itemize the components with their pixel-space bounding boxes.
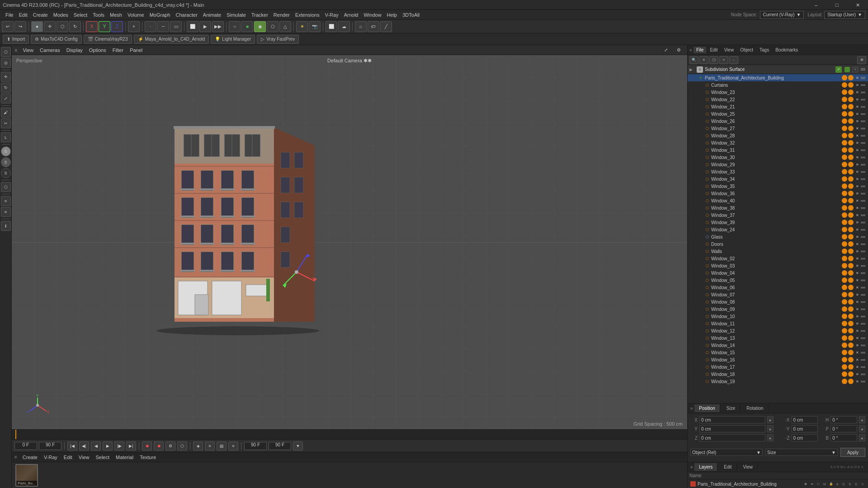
cylinder-button[interactable]: ⬡ [267, 21, 278, 32]
menu-animate[interactable]: Animate [200, 11, 224, 19]
menu-window[interactable]: Window [361, 11, 384, 19]
size-mode-dropdown[interactable]: Size ▼ [765, 449, 838, 456]
render-editor-button[interactable]: ▶▶ [212, 21, 224, 32]
list-item[interactable]: ⬡ Window_29 ✕ [688, 161, 868, 168]
go-end-button[interactable]: ▶| [126, 441, 136, 450]
pos-z-field[interactable]: 0 cm [699, 434, 765, 441]
layer-exp-icon[interactable]: E [854, 481, 859, 487]
viewport-menu-view[interactable]: View [20, 47, 36, 54]
cinerama-button[interactable]: 🎬 CinemaVrayR23 [84, 35, 132, 44]
render-view-button[interactable]: ▶ [199, 21, 211, 32]
fps-chevron-button[interactable]: ▼ [293, 441, 303, 450]
mat-menu-view[interactable]: View [76, 454, 92, 461]
om-search-button[interactable]: 🔍 [689, 56, 698, 64]
menu-tools[interactable]: Tools [90, 11, 107, 19]
motion-clip-button[interactable]: ⬡ [177, 441, 187, 450]
viewport-menu-cameras[interactable]: Cameras [37, 47, 63, 54]
list-item[interactable]: ⬡ Window_09 ✕ [688, 305, 868, 313]
subdivision-lock-button[interactable]: ✕ [853, 67, 858, 72]
apply-button[interactable]: Apply [840, 448, 865, 457]
mat-menu-create[interactable]: Create [20, 454, 40, 461]
subdivision-visible-button[interactable]: ✓ [835, 66, 842, 73]
pos-z-arrow[interactable]: ▲ [767, 434, 774, 441]
mat-menu-edit[interactable]: Edit [61, 454, 75, 461]
undo-button[interactable]: ↩ [2, 21, 14, 32]
menu-mograph[interactable]: MoGraph [147, 11, 173, 19]
list-item[interactable]: ⬡ Window_35 ✕ [688, 183, 868, 190]
size-ez-field[interactable]: 0 cm [792, 434, 818, 441]
point-mode-button[interactable]: · [145, 21, 156, 32]
pos-x-field[interactable]: 0 cm [699, 416, 765, 423]
play-back-button[interactable]: ◀ [91, 441, 101, 450]
bevel-button[interactable]: ⬡ [1, 182, 11, 192]
timeline-extra4[interactable]: ≡ [228, 441, 238, 450]
obj-tag-icon[interactable] [861, 75, 866, 80]
list-item[interactable]: ⬡ Walls ✕ [688, 248, 868, 255]
menu-help[interactable]: Help [384, 11, 400, 19]
bone-button[interactable]: ╱ [380, 21, 392, 32]
y-axis-button[interactable]: Y [99, 21, 110, 32]
sphere-button[interactable]: ◉ [254, 21, 266, 32]
menu-vray[interactable]: V-Ray [322, 11, 341, 19]
list-item[interactable]: ⬡ Window_10 ✕ [688, 313, 868, 320]
sky-button[interactable]: ☁ [338, 21, 350, 32]
list-item[interactable]: ⬡ Window_36 ✕ [688, 190, 868, 197]
size-p-field[interactable]: 0 ° [830, 425, 857, 432]
layers-tab-view[interactable]: View [739, 463, 758, 471]
render-region-button[interactable]: ⬜ [187, 21, 198, 32]
timeline-extra3[interactable]: ▤ [217, 441, 226, 450]
list-item[interactable]: ⬡ Window_18 ✕ [688, 371, 868, 378]
viewport-3d[interactable]: Perspective Default Camera ✱✱ Grid Spaci… [12, 55, 687, 429]
mode-select-button[interactable]: ◎ [1, 58, 11, 68]
timeline-extra2[interactable]: ≡ [205, 441, 215, 450]
layer-solo-icon[interactable]: ◉ [803, 481, 808, 487]
mat-menu-vray[interactable]: V-Ray [41, 454, 60, 461]
layer-render-icon[interactable]: ⬡ [816, 481, 821, 487]
mode-object-button[interactable]: ⬡ [1, 47, 11, 57]
cam-button[interactable]: 📷 [309, 21, 321, 32]
next-key-button[interactable]: |▶ [114, 441, 124, 450]
info-button[interactable]: ℹ [1, 221, 11, 231]
end-frame-field[interactable]: 90 F [244, 442, 267, 450]
menu-mesh[interactable]: Mesh [107, 11, 125, 19]
list-item[interactable]: ⬡ Window_30 ✕ [688, 154, 868, 161]
tag-button[interactable]: 🏷 [368, 21, 379, 32]
move-button[interactable]: ✛ [44, 21, 56, 32]
list-item[interactable]: ⬡ Window_15 ✕ [688, 349, 868, 356]
attr-tab-position[interactable]: Position [694, 404, 720, 412]
list-item[interactable]: ⬡ Window_02 ✕ [688, 255, 868, 262]
coord-system-dropdown[interactable]: Object (Rel) ▼ [690, 449, 763, 456]
list-item[interactable]: ⬡ Window_32 ✕ [688, 139, 868, 146]
list-item[interactable]: ⬡ Window_17 ✕ [688, 363, 868, 371]
menu-3dtoall[interactable]: 3DToAll [400, 11, 422, 19]
paint-button[interactable]: 🖌 [1, 108, 11, 117]
menu-select[interactable]: Select [71, 11, 90, 19]
floor-gen-button[interactable]: ≡ [1, 196, 11, 206]
list-item[interactable]: ⬡ Window_39 ✕ [688, 219, 868, 226]
viewport-menu-options[interactable]: Options [86, 47, 109, 54]
list-item[interactable]: ⬡ Window_22 ✕ [688, 96, 868, 103]
layer-vis-icon[interactable]: 👁 [809, 481, 815, 487]
subdivision-dots-button[interactable] [861, 67, 866, 72]
menu-create[interactable]: Create [30, 11, 51, 19]
hair-button[interactable]: ≡ [1, 207, 11, 217]
om-collapse-button[interactable]: - [729, 56, 738, 64]
list-item[interactable]: ⬡ Window_31 ✕ [688, 146, 868, 154]
om-tab-view[interactable]: View [722, 47, 737, 53]
magnet-button[interactable]: L [1, 132, 11, 142]
list-item[interactable]: ⬡ Window_14 ✕ [688, 342, 868, 349]
mat-menu-select[interactable]: Select [93, 454, 112, 461]
edge-mode-button[interactable]: ─ [157, 21, 169, 32]
poly-mode-button[interactable]: ▭ [170, 21, 182, 32]
list-item[interactable]: ⬡ Window_04 ✕ [688, 269, 868, 277]
autokey-button[interactable]: ⚙ [165, 441, 175, 450]
list-item[interactable]: ⬡ Window_24 ✕ [688, 226, 868, 233]
minimize-button[interactable]: – [806, 0, 826, 10]
om-filter-button[interactable]: ≡ [699, 56, 708, 64]
size-ey-field[interactable]: 0 cm [792, 425, 818, 432]
fps-field[interactable]: 90 F [39, 442, 61, 450]
main-object-item[interactable]: ▼ Paris_Traditional_Architecture_Buildin… [688, 74, 868, 81]
viewport-settings-button[interactable]: ⚙ [673, 45, 684, 56]
layer-deform-icon[interactable]: D [847, 481, 853, 487]
timeline-ruler[interactable]: 0 5 10 15 20 25 30 35 40 45 50 55 60 65 … [12, 429, 687, 439]
